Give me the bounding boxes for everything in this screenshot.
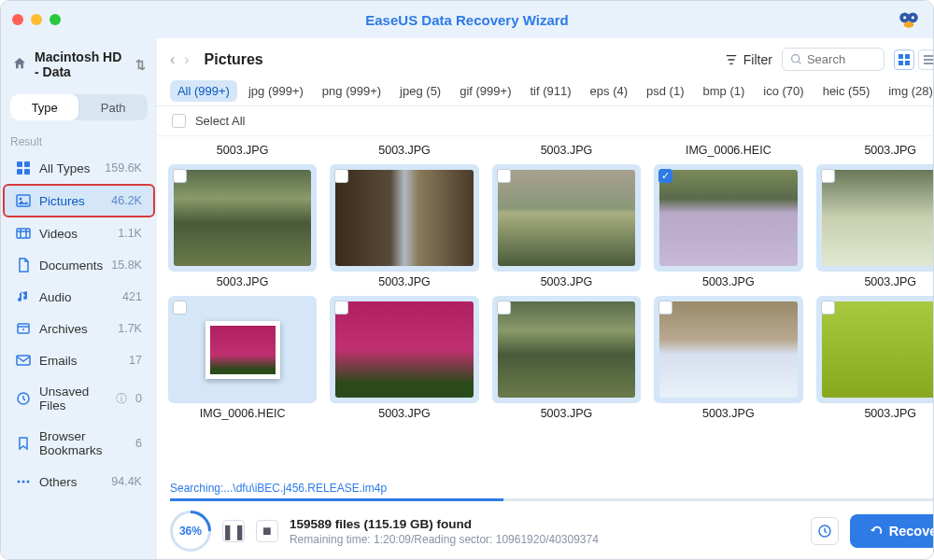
file-label: 5003.JPG: [492, 272, 641, 292]
filter-pill-jpeg[interactable]: jpeg (5): [392, 80, 448, 102]
thumbnail[interactable]: [654, 296, 802, 403]
view-list-button[interactable]: [918, 49, 934, 70]
volume-selector[interactable]: Macintosh HD - Data ⇅: [1, 42, 157, 87]
sidebar-item-others[interactable]: Others 94.4K: [5, 467, 153, 497]
svg-point-18: [792, 55, 800, 63]
thumbnail[interactable]: [168, 164, 317, 272]
thumbnail-checkbox[interactable]: [497, 301, 511, 315]
recover-button[interactable]: Recover: [850, 514, 934, 548]
search-input[interactable]: [807, 52, 872, 66]
filter-pill-eps[interactable]: eps (4): [583, 80, 635, 102]
svg-point-16: [22, 481, 25, 483]
view-grid-button[interactable]: [894, 49, 914, 70]
category-count: 1.1K: [118, 227, 142, 240]
file-label: 5003.JPG: [654, 403, 802, 424]
minimize-window-button[interactable]: [31, 14, 42, 25]
filter-pill-tif[interactable]: tif (911): [522, 80, 578, 102]
sidebar-item-all-types[interactable]: All Types 159.6K: [5, 153, 153, 183]
file-label: 5003.JPG: [492, 140, 641, 161]
category-label: Browser Bookmarks: [39, 429, 127, 457]
progress-percent: 36%: [170, 511, 211, 552]
thumbnail[interactable]: [492, 164, 641, 272]
nav-forward-button[interactable]: ›: [184, 51, 189, 68]
svg-rect-11: [17, 229, 30, 238]
category-label: Emails: [39, 354, 78, 368]
filter-pill-gif[interactable]: gif (999+): [452, 80, 518, 102]
sidebar-item-emails[interactable]: Emails 17: [5, 345, 153, 375]
dots-icon: [16, 474, 31, 489]
sidebar-item-browser-bookmarks[interactable]: Browser Bookmarks 6: [5, 422, 153, 465]
filetype-filter-bar: All (999+) jpg (999+) png (999+) jpeg (5…: [157, 77, 934, 106]
content-area: ‹ › Pictures Filter All (999+) jpg (999+…: [157, 38, 934, 560]
thumbnail-image: [205, 321, 280, 379]
schedule-button[interactable]: [811, 517, 839, 545]
svg-point-10: [20, 198, 22, 201]
thumbnail-checkbox[interactable]: [821, 301, 835, 315]
filter-pill-all[interactable]: All (999+): [170, 80, 237, 102]
filter-pill-ico[interactable]: ico (70): [756, 80, 811, 102]
filter-pill-heic[interactable]: heic (55): [815, 80, 878, 102]
sidebar-item-archives[interactable]: Archives 1.7K: [5, 314, 153, 343]
select-all-label: Select All: [195, 114, 245, 128]
thumbnail[interactable]: [330, 296, 478, 403]
app-mascot-icon[interactable]: [896, 7, 922, 33]
thumbnail-checkbox[interactable]: [658, 301, 672, 315]
search-box[interactable]: [782, 48, 884, 71]
thumbnail[interactable]: [492, 296, 641, 403]
thumbnail-checkbox[interactable]: [821, 169, 835, 183]
svg-point-2: [903, 16, 906, 19]
thumbnail-checkbox[interactable]: [334, 169, 348, 183]
thumbnail-checkbox[interactable]: [173, 301, 187, 315]
tab-path[interactable]: Path: [78, 94, 147, 120]
sidebar-item-documents[interactable]: Documents 15.8K: [5, 250, 153, 280]
category-count: 159.6K: [105, 161, 142, 175]
thumbnail[interactable]: [816, 164, 934, 272]
thumbnail-checkbox[interactable]: ✓: [658, 169, 672, 183]
close-window-button[interactable]: [12, 14, 23, 25]
category-list: All Types 159.6K Pictures 46.2K Videos 1…: [1, 152, 157, 497]
file-label: 5003.JPG: [816, 140, 934, 161]
filter-pill-jpg[interactable]: jpg (999+): [241, 80, 311, 102]
category-label: Audio: [39, 290, 72, 304]
thumbnail-checkbox[interactable]: [173, 169, 187, 183]
archive-icon: [16, 321, 31, 336]
pause-button[interactable]: ❚❚: [222, 520, 245, 542]
sidebar-item-audio[interactable]: Audio 421: [5, 282, 153, 312]
nav-back-button[interactable]: ‹: [170, 51, 175, 68]
svg-point-3: [912, 16, 914, 19]
sidebar: Macintosh HD - Data ⇅ Type Path Result A…: [1, 38, 157, 560]
sidebar-item-pictures[interactable]: Pictures 46.2K: [3, 184, 155, 217]
search-icon: [790, 53, 802, 65]
result-label: Result: [1, 128, 157, 152]
filter-pill-png[interactable]: png (999+): [315, 80, 389, 102]
thumbnail[interactable]: [816, 296, 934, 403]
filter-pill-psd[interactable]: psd (1): [639, 80, 691, 102]
thumbnail-checkbox[interactable]: [497, 169, 511, 183]
sidebar-item-unsaved-files[interactable]: Unsaved Files ⓘ 0: [5, 377, 153, 420]
svg-point-17: [27, 481, 30, 483]
grid-icon: [16, 161, 31, 175]
category-label: Unsaved Files: [39, 385, 106, 413]
svg-rect-21: [899, 61, 903, 65]
type-path-segmented: Type Path: [10, 94, 148, 120]
select-all-checkbox[interactable]: [172, 114, 186, 128]
thumbnail-checkbox[interactable]: [334, 301, 348, 315]
stop-button[interactable]: ■: [256, 520, 278, 542]
category-count: 0: [135, 392, 142, 405]
svg-rect-5: [17, 161, 22, 167]
thumbnail[interactable]: [168, 296, 317, 403]
category-count: 15.8K: [111, 259, 142, 272]
svg-rect-20: [905, 54, 910, 59]
info-icon[interactable]: ⓘ: [116, 391, 127, 407]
filter-button[interactable]: Filter: [725, 52, 772, 67]
tab-type[interactable]: Type: [10, 94, 78, 120]
filter-pill-img[interactable]: img (28): [881, 80, 934, 102]
thumbnail[interactable]: [330, 164, 478, 272]
maximize-window-button[interactable]: [50, 14, 61, 25]
bottom-bar: 36% ❚❚ ■ 159589 files (115.19 GB) found …: [157, 501, 934, 560]
category-label: Archives: [39, 322, 88, 336]
sidebar-item-videos[interactable]: Videos 1.1K: [5, 218, 153, 248]
thumbnail[interactable]: ✓: [654, 164, 802, 272]
mail-icon: [16, 353, 31, 368]
filter-pill-bmp[interactable]: bmp (1): [696, 80, 753, 102]
